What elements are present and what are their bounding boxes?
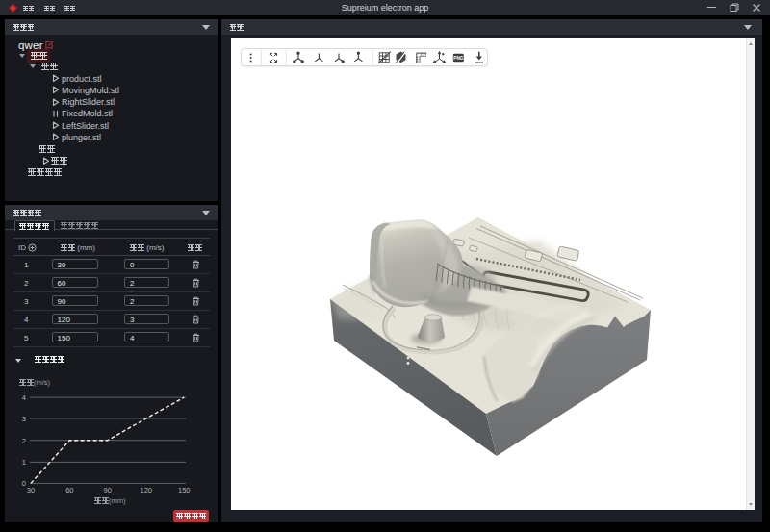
svg-text:4: 4: [22, 393, 26, 402]
svg-text:60: 60: [65, 486, 73, 494]
svg-text:PNG: PNG: [453, 56, 463, 61]
svg-text:0: 0: [22, 479, 26, 488]
svg-text:120: 120: [141, 486, 153, 494]
svg-text:1: 1: [22, 458, 26, 467]
svg-text:3: 3: [22, 415, 26, 423]
svg-text:90: 90: [104, 486, 112, 494]
svg-text:2: 2: [22, 437, 26, 445]
svg-text:30: 30: [27, 486, 35, 494]
svg-text:150: 150: [178, 486, 191, 494]
